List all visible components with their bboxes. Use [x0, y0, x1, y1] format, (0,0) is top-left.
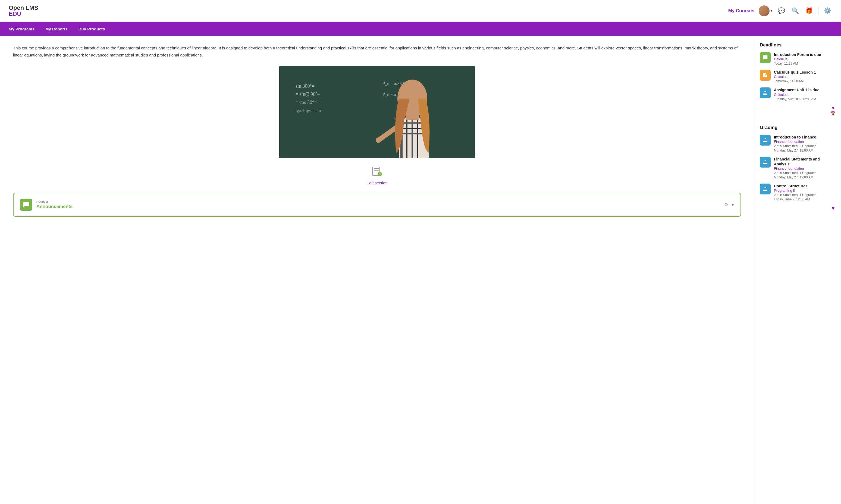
- grading-icon-2: [760, 184, 771, 194]
- forum-left: FORUM Announcements: [20, 199, 73, 211]
- svg-text:sin 300°=: sin 300°=: [296, 83, 315, 89]
- deadline-item-0: Introduction Forum is due Calculus Today…: [760, 52, 836, 66]
- search-icon[interactable]: 🔍: [790, 6, 800, 16]
- avatar: [759, 5, 770, 16]
- svg-text:tgx ÷ tgy = sin: tgx ÷ tgy = sin: [296, 108, 321, 113]
- course-description: This course provides a comprehensive int…: [13, 44, 741, 58]
- grading-detail1-2: 2 of 6 Submitted, 1 Ungraded: [774, 193, 836, 197]
- grading-scroll-down[interactable]: ▼: [760, 205, 836, 211]
- deadline-info-1: Calculus quiz Lesson 1 Calculus Tomorrow…: [774, 70, 836, 83]
- svg-text:= sin(3·90°–: = sin(3·90°–: [296, 91, 320, 97]
- deadline-icon-0: [760, 52, 771, 63]
- edit-section-icon: ✎: [372, 166, 382, 179]
- deadline-icon-2: [760, 87, 771, 98]
- deadline-time-0: Today, 11:29 AM: [774, 62, 836, 66]
- deadline-course-1: Calculus: [774, 75, 836, 79]
- grading-course-name-1: Finance foundation: [774, 166, 836, 170]
- chat-icon[interactable]: 💬: [776, 6, 786, 16]
- nav-buy-products[interactable]: Buy Products: [78, 25, 105, 32]
- edit-section-wrapper[interactable]: ✎ Edit section: [13, 166, 741, 185]
- deadline-course-2: Calculus: [774, 93, 836, 97]
- avatar-image: [759, 5, 770, 16]
- svg-rect-20: [406, 112, 419, 120]
- nav-my-reports[interactable]: My Reports: [46, 25, 68, 32]
- forum-section: FORUM Announcements ⚙ ▾: [13, 193, 741, 217]
- grading-section: Grading Introduction to Finance Finance …: [760, 125, 836, 212]
- navbar: My Programs My Reports Buy Products: [0, 22, 841, 36]
- forum-actions: ⚙ ▾: [724, 202, 734, 208]
- grading-detail1-0: 2 of 5 Submitted, 2 Ungraded: [774, 144, 836, 148]
- nav-my-programs[interactable]: My Programs: [9, 25, 35, 32]
- grading-icon-1: [760, 157, 771, 167]
- forum-type-label: FORUM: [36, 200, 73, 203]
- grading-detail1-1: 2 of 5 Submitted, 1 Ungraded: [774, 171, 836, 175]
- deadline-icon-1: [760, 70, 771, 80]
- grading-course-name-2: Programing II: [774, 188, 836, 193]
- header: Open LMS EDU My Courses ▾ 💬 🔍 🎁 ⚙️: [0, 0, 841, 22]
- deadline-info-2: Assignment Unit 1 is due Calculus Tuesda…: [774, 87, 836, 101]
- deadline-item-1: Calculus quiz Lesson 1 Calculus Tomorrow…: [760, 70, 836, 83]
- grading-course-title-1: Financial Statements and Analysis: [774, 157, 836, 166]
- forum-icon: [20, 199, 32, 211]
- deadline-time-1: Tomorrow, 11:28 AM: [774, 79, 836, 83]
- deadlines-title: Deadlines: [760, 42, 836, 48]
- logo: Open LMS EDU: [9, 5, 38, 17]
- svg-text:= cos 30°= –: = cos 30°= –: [296, 100, 321, 105]
- logo-edu: EDU: [9, 11, 38, 17]
- grading-item-1: Financial Statements and Analysis Financ…: [760, 157, 836, 179]
- deadline-title-0: Introduction Forum is due: [774, 52, 836, 57]
- grading-info-0: Introduction to Finance Finance foundati…: [774, 135, 836, 152]
- avatar-chevron-icon: ▾: [771, 9, 772, 13]
- grading-info-1: Financial Statements and Analysis Financ…: [774, 157, 836, 179]
- grading-course-title-2: Control Structures: [774, 184, 836, 188]
- deadline-info-0: Introduction Forum is due Calculus Today…: [774, 52, 836, 66]
- svg-text:P_n = α: P_n = α: [382, 92, 396, 97]
- sidebar: Deadlines Introduction Forum is due Calc…: [754, 36, 841, 504]
- forum-header: FORUM Announcements ⚙ ▾: [20, 199, 734, 211]
- grading-icon-0: [760, 135, 771, 146]
- calendar-icon[interactable]: 📅: [760, 111, 836, 116]
- grading-info-2: Control Structures Programing II 2 of 6 …: [774, 184, 836, 201]
- deadline-course-0: Calculus: [774, 57, 836, 61]
- svg-point-19: [376, 138, 381, 143]
- forum-title: Announcements: [36, 204, 73, 209]
- course-image: sin 300°= = sin(3·90°– = cos 30°= – tgx …: [279, 66, 475, 158]
- forum-settings-icon[interactable]: ⚙: [724, 202, 728, 208]
- deadlines-section: Deadlines Introduction Forum is due Calc…: [760, 42, 836, 116]
- settings-icon[interactable]: ⚙️: [823, 6, 832, 16]
- deadline-time-2: Tuesday, August 6, 12:00 AM: [774, 97, 836, 101]
- svg-text:✎: ✎: [379, 172, 381, 176]
- deadline-title-1: Calculus quiz Lesson 1: [774, 70, 836, 75]
- deadline-title-2: Assignment Unit 1 is due: [774, 87, 836, 92]
- grading-course-name-0: Finance foundation: [774, 140, 836, 144]
- grading-detail2-0: Monday, May 27, 12:00 AM: [774, 148, 836, 152]
- my-courses-link[interactable]: My Courses: [728, 8, 754, 14]
- avatar-wrapper[interactable]: ▾: [759, 5, 772, 16]
- edit-section-label[interactable]: Edit section: [366, 181, 388, 185]
- grading-course-title-0: Introduction to Finance: [774, 135, 836, 140]
- grading-title: Grading: [760, 125, 836, 130]
- grading-item-2: Control Structures Programing II 2 of 6 …: [760, 184, 836, 201]
- course-image-wrapper: sin 300°= = sin(3·90°– = cos 30°= – tgx …: [279, 66, 475, 158]
- grading-detail2-2: Friday, June 7, 12:00 AM: [774, 197, 836, 201]
- forum-text: FORUM Announcements: [36, 200, 73, 209]
- deadline-item-2: Assignment Unit 1 is due Calculus Tuesda…: [760, 87, 836, 101]
- gift-icon[interactable]: 🎁: [804, 6, 814, 16]
- grading-item-0: Introduction to Finance Finance foundati…: [760, 135, 836, 152]
- content-area: This course provides a comprehensive int…: [0, 36, 754, 504]
- header-right: My Courses ▾ 💬 🔍 🎁 ⚙️: [728, 5, 832, 16]
- forum-expand-icon[interactable]: ▾: [732, 202, 734, 208]
- header-divider: [818, 7, 819, 15]
- deadlines-scroll-down[interactable]: ▼: [760, 105, 836, 111]
- main-layout: This course provides a comprehensive int…: [0, 36, 841, 504]
- grading-detail2-1: Monday, May 27, 12:00 AM: [774, 176, 836, 179]
- logo-top: Open LMS: [9, 5, 38, 11]
